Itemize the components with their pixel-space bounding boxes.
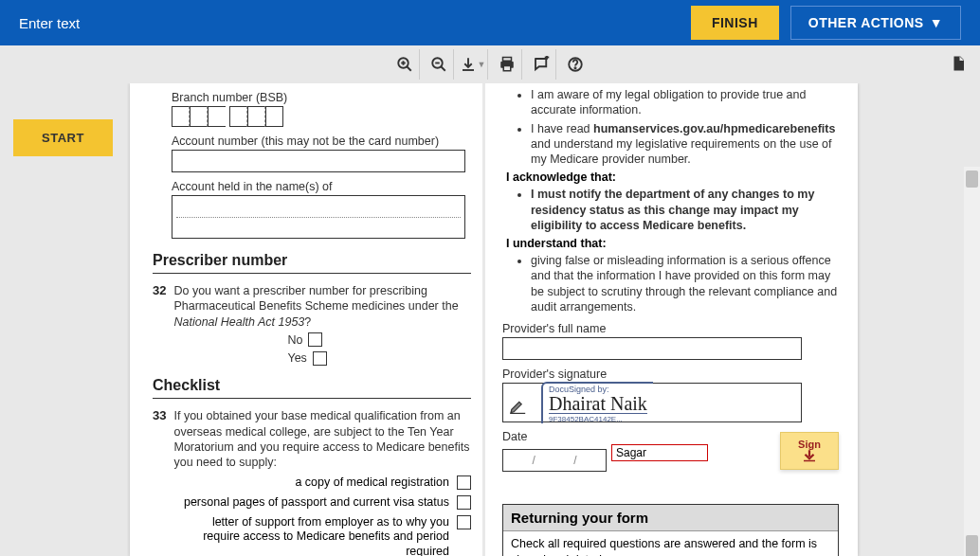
date-row: // Sagar Sign — [502, 449, 839, 472]
other-actions-button[interactable]: OTHER ACTIONS ▼ — [790, 6, 961, 40]
download-icon[interactable]: ▼ — [458, 49, 488, 80]
benefits-link[interactable]: humanservices.gov.au/hpmedicarebenefits — [593, 122, 835, 135]
scrollbar-up-icon[interactable] — [966, 170, 978, 188]
signature-text: Dhairat Naik — [549, 394, 647, 413]
checklist-item-1: a copy of medical registration — [173, 475, 471, 491]
account-held-input[interactable] — [172, 195, 465, 239]
docusign-stamp: DocuSigned by: Dhairat Naik 9F38452BAC41… — [541, 382, 653, 423]
arrow-down-icon — [801, 450, 818, 463]
q32-text: Do you want a prescriber number for pres… — [173, 283, 471, 366]
divider — [153, 273, 471, 274]
ack-bullet-1: I must notify the department of any chan… — [531, 187, 839, 233]
document-viewport[interactable]: Branch number (BSB) Account number (this… — [127, 83, 861, 556]
account-number-label: Account number (this may not be the card… — [172, 135, 471, 148]
q33-num: 33 — [153, 408, 166, 556]
signature-box[interactable]: DocuSigned by: Dhairat Naik 9F38452BAC41… — [502, 383, 802, 422]
returning-head: Returning your form — [503, 505, 838, 531]
provider-name-label: Provider's full name — [502, 322, 839, 335]
q32-num: 32 — [153, 283, 166, 366]
sign-button[interactable]: Sign — [780, 432, 839, 470]
finish-button[interactable]: FINISH — [691, 6, 779, 40]
ack-list: I must notify the department of any chan… — [502, 187, 839, 233]
checklist-checkbox-1[interactable] — [457, 475, 471, 490]
yes-option[interactable]: Yes — [287, 350, 471, 366]
print-icon[interactable] — [492, 49, 522, 80]
returning-form-box: Returning your form Check all required q… — [502, 504, 839, 556]
svg-line-5 — [441, 66, 445, 71]
provider-sig-label: Provider's signature — [502, 368, 839, 381]
zoom-out-icon[interactable] — [424, 49, 454, 80]
declare-bullet-1: I am aware of my legal obligation to pro… — [531, 87, 839, 118]
document-pages: Branch number (BSB) Account number (this… — [130, 83, 858, 556]
q32-row: 32 Do you want a prescriber number for p… — [153, 283, 471, 366]
svg-line-1 — [407, 66, 411, 71]
date-input[interactable]: // — [502, 449, 607, 472]
enter-text-label[interactable]: Enter text — [19, 15, 80, 31]
bsb-label: Branch number (BSB) — [172, 91, 471, 104]
svg-rect-8 — [503, 66, 511, 71]
caret-down-icon: ▼ — [930, 15, 943, 30]
checklist-checkbox-3[interactable] — [457, 515, 471, 529]
yes-checkbox[interactable] — [313, 351, 327, 366]
bsb-input[interactable] — [172, 106, 471, 127]
svg-rect-13 — [804, 460, 815, 462]
sagar-field[interactable]: Sagar — [611, 444, 708, 461]
start-button[interactable]: START — [13, 119, 113, 156]
understand-head: I understand that: — [506, 237, 839, 250]
acknowledge-head: I acknowledge that: — [506, 170, 839, 184]
zoom-in-icon[interactable] — [390, 49, 420, 80]
checklist-title: Checklist — [153, 377, 471, 394]
checklist-item-3: letter of support from employer as to wh… — [173, 515, 471, 557]
und-list: giving false or misleading information i… — [502, 253, 839, 314]
q33-row: 33 If you obtained your base medical qua… — [153, 408, 471, 556]
returning-body: Check all required questions are answere… — [503, 531, 838, 556]
help-icon[interactable] — [560, 49, 590, 80]
no-checkbox[interactable] — [308, 332, 322, 347]
page-left: Branch number (BSB) Account number (this… — [130, 83, 482, 556]
scrollbar-down-icon[interactable] — [966, 535, 978, 552]
declaration-list: I am aware of my legal obligation to pro… — [502, 87, 839, 167]
vertical-scrollbar[interactable] — [964, 167, 980, 556]
prescriber-title: Prescriber number — [153, 252, 471, 269]
svg-point-12 — [574, 67, 575, 68]
other-actions-label: OTHER ACTIONS — [808, 15, 924, 30]
header-actions: FINISH OTHER ACTIONS ▼ — [691, 6, 961, 40]
main-area: START Branch number (BSB) Account number… — [0, 83, 980, 556]
pen-icon — [509, 400, 528, 418]
divider — [153, 398, 471, 399]
und-bullet-1: giving false or misleading information i… — [531, 253, 839, 314]
account-held-label: Account held in the name(s) of — [172, 180, 471, 193]
q33-text: If you obtained your base medical qualif… — [173, 408, 471, 470]
checklist-item-2: personal pages of passport and current v… — [173, 495, 471, 511]
checklist-checkbox-2[interactable] — [457, 495, 471, 510]
toolbar: ▼ — [0, 45, 980, 83]
header-bar: Enter text FINISH OTHER ACTIONS ▼ — [0, 0, 980, 45]
declare-bullet-2: I have read humanservices.gov.au/hpmedic… — [531, 121, 839, 168]
document-icon[interactable] — [950, 55, 967, 75]
page-right: I am aware of my legal obligation to pro… — [485, 83, 858, 556]
no-option[interactable]: No — [287, 332, 471, 348]
docusign-id: 9F38452BAC4142E... — [549, 413, 647, 423]
comment-icon[interactable] — [526, 49, 556, 80]
account-number-input[interactable] — [172, 150, 465, 172]
provider-name-input[interactable] — [502, 337, 802, 360]
